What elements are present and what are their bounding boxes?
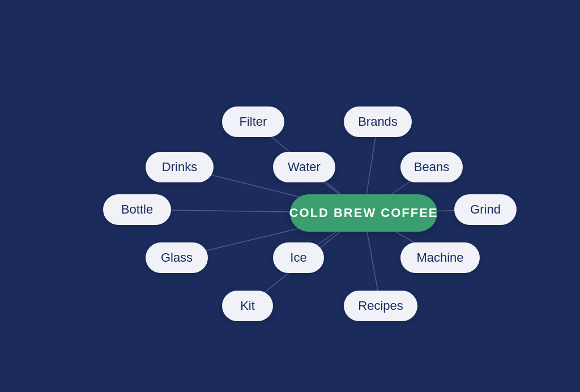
node-recipes: Recipes <box>344 291 417 321</box>
node-glass: Glass <box>146 242 208 273</box>
node-beans: Beans <box>400 152 463 182</box>
node-bottle: Bottle <box>103 194 171 225</box>
node-brands: Brands <box>344 106 412 137</box>
node-water: Water <box>273 152 335 182</box>
node-filter: Filter <box>222 106 284 137</box>
node-ice: Ice <box>273 242 324 273</box>
node-grind: Grind <box>454 194 517 225</box>
diagram-container: COLD BREW COFFEEFilterBrandsDrinksWaterB… <box>35 33 545 361</box>
center-node: COLD BREW COFFEE <box>290 194 437 232</box>
node-kit: Kit <box>222 291 273 321</box>
node-machine: Machine <box>400 242 480 273</box>
node-drinks: Drinks <box>146 152 214 182</box>
